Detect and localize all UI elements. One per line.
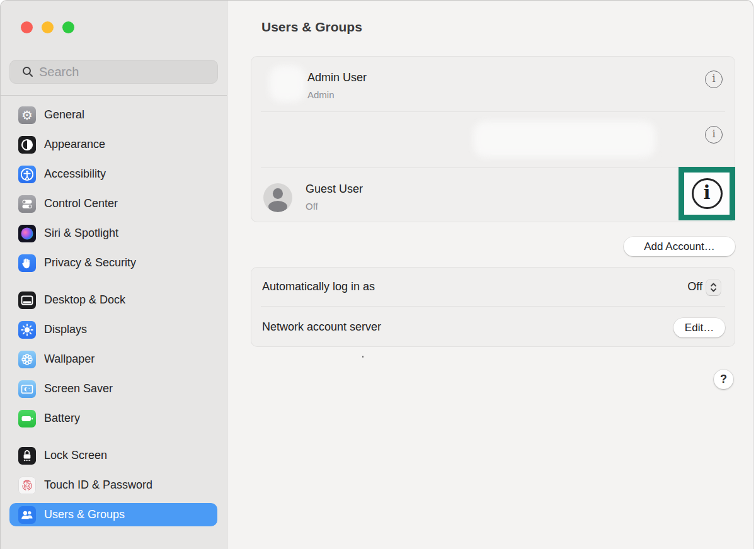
- battery-icon: [18, 410, 36, 427]
- search-icon: [21, 65, 34, 78]
- sidebar-item-label: Lock Screen: [44, 449, 107, 462]
- sidebar-item-label: Users & Groups: [44, 508, 125, 521]
- sidebar-divider: [1, 95, 227, 96]
- edit-button[interactable]: Edit…: [673, 318, 725, 337]
- sidebar-item-users-groups[interactable]: Users & Groups: [9, 503, 217, 526]
- row-divider: [261, 111, 725, 112]
- sidebar-item-label: Control Center: [44, 197, 118, 210]
- sidebar-item-battery[interactable]: Battery: [9, 407, 217, 430]
- screensaver-icon: [18, 380, 36, 398]
- sidebar-item-lock-screen[interactable]: Lock Screen: [9, 444, 217, 467]
- accessibility-icon: [18, 166, 36, 183]
- sidebar-item-label: Battery: [44, 412, 80, 425]
- toggles-icon: [18, 195, 36, 213]
- minimize-button[interactable]: [42, 21, 54, 33]
- user-name: Admin User: [307, 71, 367, 84]
- page-title: Users & Groups: [261, 20, 362, 35]
- window-controls: [21, 21, 74, 33]
- setting-label: Automatically log in as: [262, 280, 375, 293]
- zoom-button[interactable]: [62, 21, 74, 33]
- user-role: Admin: [307, 89, 335, 100]
- flower-icon: [18, 351, 36, 368]
- info-icon: i: [712, 74, 715, 84]
- sidebar-item-label: Siri & Spotlight: [44, 227, 118, 240]
- sidebar-item-label: Accessibility: [44, 167, 106, 181]
- sidebar-item-accessibility[interactable]: Accessibility: [9, 162, 217, 186]
- close-button[interactable]: [21, 21, 33, 33]
- sidebar-item-privacy-security[interactable]: Privacy & Security: [9, 251, 217, 274]
- redacted-content: [473, 121, 656, 157]
- annotation-highlight-box: i: [679, 167, 735, 220]
- auto-login-stepper[interactable]: [706, 280, 721, 295]
- question-mark-icon: ?: [720, 373, 727, 386]
- sidebar-item-label: Displays: [44, 323, 87, 336]
- desktop-dock-icon: [18, 291, 36, 309]
- auto-login-value: Off: [687, 280, 702, 293]
- appearance-icon: [18, 136, 36, 154]
- row-divider: [261, 306, 725, 307]
- gear-icon: ⚙: [18, 106, 36, 124]
- sidebar-item-wallpaper[interactable]: Wallpaper: [9, 348, 217, 371]
- guest-avatar: [263, 183, 292, 212]
- siri-orb-icon: [18, 225, 36, 242]
- sidebar-item-touch-id[interactable]: Touch ID & Password: [9, 473, 217, 497]
- info-button-redacted-user[interactable]: i: [705, 126, 723, 144]
- user-status: Off: [306, 201, 318, 212]
- sidebar-item-label: Touch ID & Password: [44, 478, 152, 492]
- hand-icon: [18, 254, 36, 272]
- avatar-shoulders: [268, 201, 287, 212]
- sidebar: ⚙ General Appearance: [1, 1, 227, 549]
- sidebar-item-label: General: [44, 108, 84, 122]
- info-icon: i: [703, 182, 710, 203]
- sidebar-item-desktop-dock[interactable]: Desktop & Dock: [9, 288, 217, 312]
- sidebar-item-label: Wallpaper: [44, 353, 94, 366]
- redacted-avatar: [269, 65, 306, 102]
- sidebar-item-label: Appearance: [44, 138, 105, 151]
- sidebar-item-label: Desktop & Dock: [44, 293, 125, 307]
- fingerprint-icon: [18, 477, 36, 494]
- users-list-card: Admin User Admin i i: [251, 56, 735, 222]
- sidebar-item-control-center[interactable]: Control Center: [9, 192, 217, 215]
- setting-label: Network account server: [262, 320, 381, 334]
- sidebar-item-general[interactable]: ⚙ General: [9, 103, 217, 127]
- lock-icon: [18, 447, 36, 465]
- main-panel: Users & Groups Admin User Admin i i: [227, 1, 753, 549]
- user-name: Guest User: [306, 183, 363, 196]
- login-settings-card: Automatically log in as Off Network acco…: [251, 267, 735, 347]
- stray-dot: [362, 356, 364, 358]
- info-button-guest[interactable]: i: [692, 178, 723, 209]
- avatar-head: [273, 188, 283, 199]
- sidebar-item-displays[interactable]: Displays: [9, 318, 217, 341]
- row-divider: [261, 167, 725, 168]
- search-field[interactable]: [9, 60, 218, 84]
- sidebar-item-screen-saver[interactable]: Screen Saver: [9, 377, 217, 400]
- help-button[interactable]: ?: [714, 370, 733, 389]
- two-users-icon: [18, 506, 36, 524]
- add-account-button[interactable]: Add Account…: [624, 237, 735, 256]
- sidebar-item-appearance[interactable]: Appearance: [9, 133, 217, 156]
- sidebar-item-label: Privacy & Security: [44, 256, 136, 269]
- info-icon: i: [712, 129, 715, 139]
- sidebar-item-siri-spotlight[interactable]: Siri & Spotlight: [9, 222, 217, 245]
- system-settings-window: ⚙ General Appearance: [0, 0, 753, 549]
- sun-icon: [18, 321, 36, 339]
- sidebar-nav: ⚙ General Appearance: [1, 103, 227, 533]
- info-button-admin[interactable]: i: [705, 71, 723, 88]
- sidebar-item-label: Screen Saver: [44, 382, 113, 395]
- search-input[interactable]: [39, 65, 211, 79]
- chevron-up-down-icon: [709, 282, 718, 293]
